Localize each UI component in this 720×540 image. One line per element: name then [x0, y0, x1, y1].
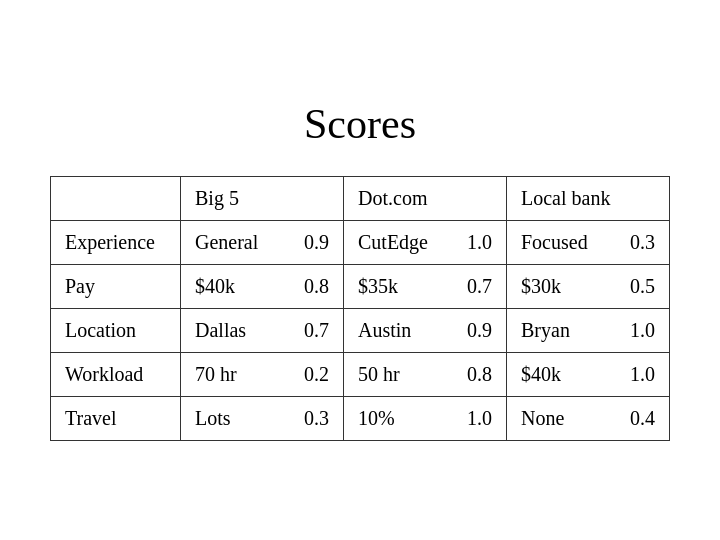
- row-4-col2: 10%1.0: [344, 396, 507, 440]
- row-0-col2: CutEdge1.0: [344, 220, 507, 264]
- row-3-col1-text: 70 hr: [195, 363, 237, 386]
- row-4-col2-score: 1.0: [467, 407, 492, 430]
- row-4-col3: None0.4: [507, 396, 670, 440]
- row-1-col3-score: 0.5: [630, 275, 655, 298]
- row-3-col2: 50 hr0.8: [344, 352, 507, 396]
- row-4-col3-text: None: [521, 407, 564, 430]
- page-title: Scores: [304, 100, 416, 148]
- row-3-col3-score: 1.0: [630, 363, 655, 386]
- row-2-col1-score: 0.7: [304, 319, 329, 342]
- row-0-col3: Focused0.3: [507, 220, 670, 264]
- table-row: ExperienceGeneral0.9CutEdge1.0Focused0.3: [51, 220, 670, 264]
- row-0-col2-score: 1.0: [467, 231, 492, 254]
- row-2-col3-text: Bryan: [521, 319, 570, 342]
- row-2-col1: Dallas0.7: [181, 308, 344, 352]
- header-col1: Big 5: [181, 176, 344, 220]
- row-4-col1-text: Lots: [195, 407, 231, 430]
- row-4-col1: Lots0.3: [181, 396, 344, 440]
- row-4-label: Travel: [51, 396, 181, 440]
- row-0-col3-text: Focused: [521, 231, 588, 254]
- table-header-row: Big 5 Dot.com Local bank: [51, 176, 670, 220]
- row-2-label: Location: [51, 308, 181, 352]
- row-3-col3: $40k1.0: [507, 352, 670, 396]
- row-2-col2-text: Austin: [358, 319, 411, 342]
- row-2-col1-text: Dallas: [195, 319, 246, 342]
- row-2-col3-score: 1.0: [630, 319, 655, 342]
- row-3-label: Workload: [51, 352, 181, 396]
- row-3-col1: 70 hr0.2: [181, 352, 344, 396]
- row-0-label: Experience: [51, 220, 181, 264]
- row-2-col2: Austin0.9: [344, 308, 507, 352]
- row-3-col1-score: 0.2: [304, 363, 329, 386]
- row-0-col3-score: 0.3: [630, 231, 655, 254]
- table-row: TravelLots0.310%1.0None0.4: [51, 396, 670, 440]
- row-1-col1-text: $40k: [195, 275, 235, 298]
- row-3-col2-text: 50 hr: [358, 363, 400, 386]
- row-4-col1-score: 0.3: [304, 407, 329, 430]
- row-0-col1-text: General: [195, 231, 258, 254]
- row-4-col3-score: 0.4: [630, 407, 655, 430]
- scores-table: Big 5 Dot.com Local bank ExperienceGener…: [50, 176, 670, 441]
- header-col0: [51, 176, 181, 220]
- row-0-col1: General0.9: [181, 220, 344, 264]
- row-4-col2-text: 10%: [358, 407, 395, 430]
- row-1-col1: $40k0.8: [181, 264, 344, 308]
- row-1-col3: $30k0.5: [507, 264, 670, 308]
- row-1-col2-score: 0.7: [467, 275, 492, 298]
- row-2-col3: Bryan1.0: [507, 308, 670, 352]
- table-row: Pay$40k0.8$35k0.7$30k0.5: [51, 264, 670, 308]
- header-col3: Local bank: [507, 176, 670, 220]
- row-3-col2-score: 0.8: [467, 363, 492, 386]
- row-2-col2-score: 0.9: [467, 319, 492, 342]
- row-0-col1-score: 0.9: [304, 231, 329, 254]
- row-1-col3-text: $30k: [521, 275, 561, 298]
- row-1-label: Pay: [51, 264, 181, 308]
- row-0-col2-text: CutEdge: [358, 231, 428, 254]
- header-col2: Dot.com: [344, 176, 507, 220]
- row-1-col2-text: $35k: [358, 275, 398, 298]
- row-3-col3-text: $40k: [521, 363, 561, 386]
- table-row: Workload70 hr0.250 hr0.8$40k1.0: [51, 352, 670, 396]
- row-1-col2: $35k0.7: [344, 264, 507, 308]
- row-1-col1-score: 0.8: [304, 275, 329, 298]
- table-row: LocationDallas0.7Austin0.9Bryan1.0: [51, 308, 670, 352]
